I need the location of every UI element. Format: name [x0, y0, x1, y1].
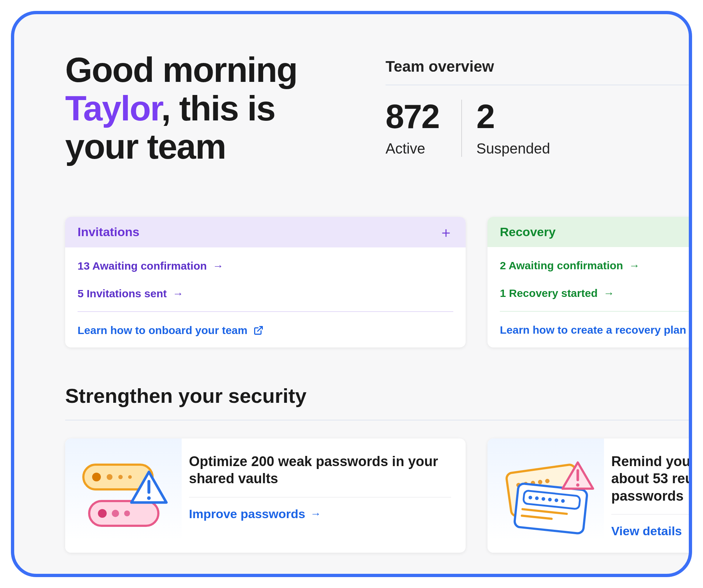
- stat-active: 872 Active: [386, 100, 461, 157]
- recovery-card-header: Recovery: [487, 217, 692, 247]
- invitations-card-header: Invitations ＋: [65, 217, 466, 247]
- stat-suspended-value: 2: [477, 100, 550, 133]
- view-details-link[interactable]: View details: [611, 524, 692, 538]
- divider: [78, 311, 453, 312]
- divider: [611, 514, 692, 514]
- stat-active-value: 872: [386, 100, 439, 133]
- security-heading: Strengthen your security: [65, 384, 689, 408]
- recovery-started-link[interactable]: 1 Recovery started →: [500, 281, 692, 305]
- invitations-learn-link[interactable]: Learn how to onboard your team: [65, 315, 466, 347]
- svg-point-2: [92, 473, 101, 481]
- password-cards-icon: [495, 454, 597, 537]
- team-overview: Team overview 872 Active 2 Suspended: [386, 51, 689, 157]
- improve-passwords-link[interactable]: Improve passwords →: [189, 507, 451, 521]
- svg-point-9: [124, 510, 130, 516]
- divider: [386, 85, 689, 85]
- password-pills-icon: [76, 454, 171, 537]
- recovery-card: Recovery 2 Awaiting confirmation → 1 Rec…: [487, 217, 692, 347]
- arrow-right-icon: →: [213, 260, 224, 272]
- arrow-right-icon: →: [629, 259, 640, 272]
- weak-passwords-card: Optimize 200 weak passwords in your shar…: [65, 438, 466, 553]
- greeting-heading: Good morning Taylor, this is your team: [65, 51, 342, 166]
- stat-suspended: 2 Suspended: [461, 100, 572, 157]
- external-link-icon: [253, 325, 264, 335]
- recovery-started-text: 1 Recovery started: [500, 287, 597, 299]
- reused-passwords-body: Remind your team about 53 reused passwor…: [604, 438, 692, 553]
- invitations-awaiting-link[interactable]: 13 Awaiting confirmation →: [78, 254, 453, 278]
- recovery-title: Recovery: [500, 225, 556, 239]
- recovery-learn-text: Learn how to create a recovery plan: [500, 324, 686, 336]
- recovery-body: 2 Awaiting confirmation → 1 Recovery sta…: [487, 247, 692, 315]
- recovery-learn-link[interactable]: Learn how to create a recovery plan: [487, 315, 692, 347]
- recovery-awaiting-text: 2 Awaiting confirmation: [500, 259, 623, 272]
- svg-point-4: [118, 475, 123, 479]
- divider: [189, 497, 451, 497]
- arrow-right-icon: →: [173, 287, 183, 300]
- weak-passwords-body: Optimize 200 weak passwords in your shar…: [182, 438, 466, 553]
- arrow-right-icon: →: [603, 287, 614, 299]
- greeting-name: Taylor: [65, 89, 161, 128]
- invitations-body: 13 Awaiting confirmation → 5 Invitations…: [65, 247, 466, 315]
- team-overview-title: Team overview: [386, 58, 689, 75]
- reused-passwords-card: Remind your team about 53 reused passwor…: [487, 438, 692, 553]
- status-cards-row: Invitations ＋ 13 Awaiting confirmation →…: [65, 217, 689, 347]
- invitations-title: Invitations: [78, 225, 139, 239]
- svg-point-31: [576, 484, 580, 487]
- view-details-text: View details: [611, 524, 682, 538]
- stat-suspended-label: Suspended: [477, 140, 550, 157]
- svg-point-5: [128, 475, 132, 479]
- weak-passwords-title: Optimize 200 weak passwords in your shar…: [189, 453, 451, 488]
- security-tips-row: Optimize 200 weak passwords in your shar…: [65, 438, 689, 553]
- stat-active-label: Active: [386, 140, 439, 157]
- team-overview-stats: 872 Active 2 Suspended: [386, 100, 689, 157]
- plus-icon[interactable]: ＋: [439, 225, 453, 239]
- reused-passwords-title: Remind your team about 53 reused passwor…: [611, 453, 692, 505]
- dashboard-frame: Good morning Taylor, this is your team T…: [11, 11, 692, 577]
- svg-point-7: [98, 509, 107, 518]
- divider: [500, 311, 692, 311]
- invitations-sent-text: 5 Invitations sent: [78, 287, 167, 300]
- svg-point-3: [107, 474, 112, 480]
- svg-point-8: [112, 510, 119, 517]
- invitations-learn-text: Learn how to onboard your team: [78, 324, 248, 337]
- invitations-card: Invitations ＋ 13 Awaiting confirmation →…: [65, 217, 466, 347]
- improve-passwords-text: Improve passwords: [189, 507, 305, 521]
- reused-passwords-illustration: [487, 438, 604, 553]
- recovery-awaiting-link[interactable]: 2 Awaiting confirmation →: [500, 254, 692, 278]
- invitations-awaiting-text: 13 Awaiting confirmation: [78, 260, 207, 272]
- divider: [65, 420, 689, 420]
- greeting-prefix: Good morning: [65, 50, 297, 89]
- hero-row: Good morning Taylor, this is your team T…: [65, 51, 689, 166]
- svg-line-0: [257, 326, 262, 331]
- svg-point-12: [147, 496, 151, 500]
- arrow-right-icon: →: [310, 508, 321, 520]
- weak-passwords-illustration: [65, 438, 182, 553]
- invitations-sent-link[interactable]: 5 Invitations sent →: [78, 282, 453, 306]
